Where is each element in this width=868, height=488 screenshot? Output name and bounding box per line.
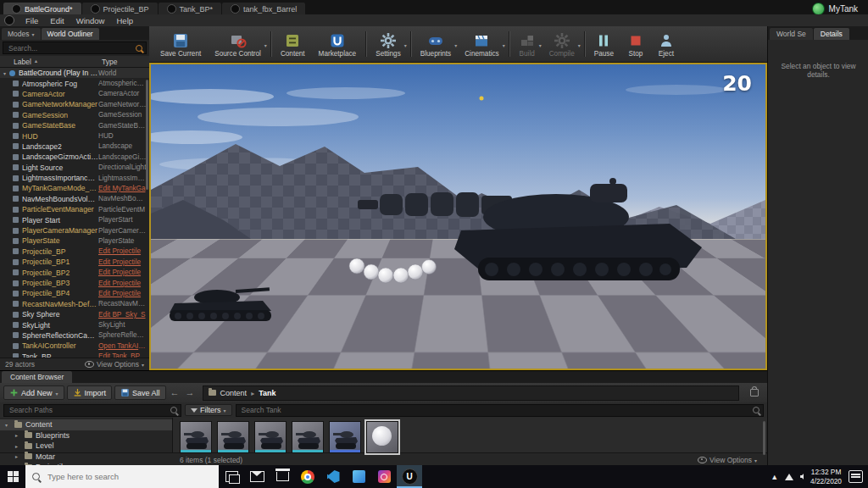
pause-button[interactable]: Pause xyxy=(587,30,620,58)
outliner-row[interactable]: Atmospheric FogAtmosphericFog xyxy=(0,78,149,88)
import-button[interactable]: Import xyxy=(67,385,113,400)
outliner-row[interactable]: HUDHUD xyxy=(0,130,149,141)
search-assets-input[interactable] xyxy=(240,405,749,415)
marketplace-button[interactable]: Marketplace xyxy=(312,30,364,58)
store-taskbar-button[interactable] xyxy=(270,465,295,488)
add-new-button[interactable]: Add New xyxy=(3,385,64,400)
taskbar-clock[interactable]: 12:32 PM 4/22/2020 xyxy=(810,468,842,486)
tray-overflow-chevron-icon[interactable]: ▲ xyxy=(771,473,778,481)
tree-item-content[interactable]: ▾Content xyxy=(0,419,172,430)
outliner-row[interactable]: Tank_BPEdit Tank_BP xyxy=(0,352,149,358)
expand-arrow-icon[interactable]: ▾ xyxy=(3,70,9,76)
tree-item-blueprints[interactable]: ▸Blueprints xyxy=(0,430,172,441)
breadcrumb-current[interactable]: Tank xyxy=(259,389,275,397)
task-view-button[interactable] xyxy=(219,465,244,488)
chrome-taskbar-button[interactable] xyxy=(295,465,320,488)
save-all-button[interactable]: Save All xyxy=(114,385,166,400)
outliner-search[interactable] xyxy=(3,42,147,54)
tree-item-level[interactable]: ▸Level xyxy=(0,441,172,452)
cinematics-button[interactable]: Cinematics▾ xyxy=(458,30,506,58)
unreal-taskbar-button[interactable] xyxy=(397,465,422,488)
outliner-row[interactable]: SkyLightSkyLight xyxy=(0,319,149,330)
search-assets-box[interactable] xyxy=(236,404,764,417)
forward-arrow-icon[interactable]: → xyxy=(184,388,197,397)
editor-tab-0[interactable]: BattleGround* xyxy=(3,3,81,15)
taskbar-search-input[interactable] xyxy=(46,471,212,482)
asset-thumbnail-tank[interactable] xyxy=(329,421,361,453)
actor-type-link[interactable]: Edit MyTankGa xyxy=(98,185,149,192)
outliner-search-input[interactable] xyxy=(7,43,132,53)
outliner-scrollbar[interactable] xyxy=(146,80,148,190)
outliner-row[interactable]: Projectile_BP2Edit Projectile xyxy=(0,267,149,277)
small-tank[interactable] xyxy=(170,287,271,321)
network-icon[interactable] xyxy=(785,474,793,480)
outliner-row[interactable]: PlayerStatePlayerState xyxy=(0,236,149,246)
projectile-spheres[interactable] xyxy=(349,258,437,283)
menu-item-window[interactable]: Window xyxy=(70,16,111,25)
mail-taskbar-button[interactable] xyxy=(244,465,270,488)
outliner-row[interactable]: LightmassImportanceVolumeLightmassImport xyxy=(0,173,149,183)
back-arrow-icon[interactable]: ← xyxy=(169,388,181,397)
notification-center-icon[interactable] xyxy=(849,470,863,483)
right-tab-0[interactable]: World Se xyxy=(770,28,813,40)
tree-item-motar[interactable]: ▸Motar xyxy=(0,452,172,463)
outliner-row[interactable]: Projectile_BP1Edit Projectile xyxy=(0,257,149,267)
menu-item-file[interactable]: File xyxy=(19,16,44,25)
menu-item-help[interactable]: Help xyxy=(110,16,139,25)
search-paths-input[interactable] xyxy=(8,405,167,415)
outliner-row[interactable]: Landscape2Landscape xyxy=(0,141,149,152)
outliner-row[interactable]: TankAIControllerOpen TankAICo xyxy=(0,341,149,351)
outliner-view-options[interactable]: View Options xyxy=(85,360,144,369)
outliner-row[interactable]: SphereReflectionCaptureSphereReflectio xyxy=(0,330,149,341)
actor-type-link[interactable]: Open TankAICo xyxy=(98,342,149,350)
menu-item-edit[interactable]: Edit xyxy=(44,16,70,25)
eject-button[interactable]: Eject xyxy=(651,30,682,58)
editor-tab-2[interactable]: Tank_BP* xyxy=(159,3,222,15)
outliner-row[interactable]: PlayerCameraManagerPlayerCameraM xyxy=(0,225,149,236)
start-button[interactable] xyxy=(0,465,25,488)
outliner-row[interactable]: Projectile_BP3Edit Projectile xyxy=(0,278,149,288)
actor-type-link[interactable]: Edit Projectile xyxy=(98,258,149,266)
outliner-row[interactable]: CameraActorCameraActor xyxy=(0,89,149,99)
search-paths-box[interactable] xyxy=(3,404,181,417)
viewport[interactable]: 20 xyxy=(149,63,767,370)
viewport-scene[interactable] xyxy=(151,64,765,369)
outliner-row[interactable]: ParticleEventManagerParticleEventM xyxy=(0,204,149,214)
outliner-row[interactable]: GameSessionGameSession xyxy=(0,110,149,120)
outliner-row[interactable]: GameNetworkManagerGameNetworkMa xyxy=(0,99,149,109)
assets-view-options[interactable]: View Options xyxy=(698,456,757,464)
asset-thumbnail-tank[interactable] xyxy=(180,421,212,453)
actor-type-link[interactable]: Edit Projectile xyxy=(98,247,149,255)
vscode-taskbar-button[interactable] xyxy=(320,465,346,488)
photos-taskbar-button[interactable] xyxy=(346,465,371,488)
left-tab-world-outliner[interactable]: World Outliner xyxy=(42,28,99,40)
expand-arrow-icon[interactable]: ▸ xyxy=(15,432,21,438)
outliner-root-row[interactable]: ▾BattleGround (Play In World)World xyxy=(0,68,149,78)
asset-thumbnail-tank[interactable] xyxy=(292,421,324,453)
column-header-label[interactable]: Label xyxy=(14,58,102,66)
editor-tab-1[interactable]: Projectile_BP xyxy=(82,3,158,15)
assets-scrollbar[interactable] xyxy=(763,421,765,455)
asset-thumbnail-tank[interactable] xyxy=(254,421,287,453)
outliner-row[interactable]: Player StartPlayerStart xyxy=(0,214,149,225)
expand-arrow-icon[interactable]: ▸ xyxy=(15,443,21,449)
actor-type-link[interactable]: Edit Tank_BP xyxy=(98,352,149,358)
save-current-button[interactable]: Save Current xyxy=(153,30,208,58)
actor-type-link[interactable]: Edit BP_Sky_S xyxy=(98,311,149,319)
expand-arrow-icon[interactable]: ▾ xyxy=(5,422,11,428)
search-icon[interactable] xyxy=(136,45,142,52)
content-browser-tab[interactable]: Content Browser xyxy=(2,371,72,383)
volume-icon[interactable] xyxy=(800,474,804,480)
filters-button[interactable]: Filters xyxy=(185,404,232,416)
asset-thumbnail-tank[interactable] xyxy=(217,421,249,453)
left-tab-modes[interactable]: Modes xyxy=(2,28,41,40)
editor-tab-3[interactable]: tank_fbx_Barrel xyxy=(222,3,305,15)
stop-button[interactable]: Stop xyxy=(620,30,651,58)
breadcrumb-root[interactable]: Content xyxy=(220,389,248,397)
camera-taskbar-button[interactable] xyxy=(371,465,397,488)
asset-thumbnail-sphere[interactable] xyxy=(366,421,398,453)
blueprints-button[interactable]: Blueprints▾ xyxy=(414,30,458,58)
expand-arrow-icon[interactable]: ▸ xyxy=(15,453,21,459)
lock-icon[interactable] xyxy=(750,389,759,396)
outliner-row[interactable]: RecastNavMesh-DefaultRecastNavMesh xyxy=(0,299,149,309)
